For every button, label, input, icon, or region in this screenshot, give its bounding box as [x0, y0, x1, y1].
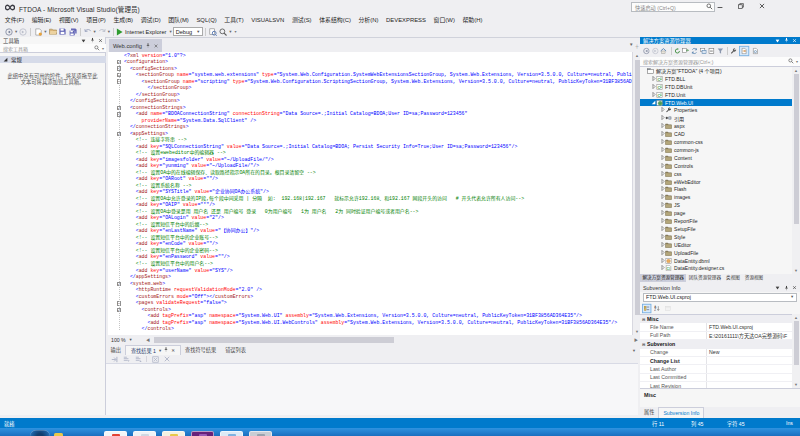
bottom-tab-查找结果 1[interactable]: 查找结果 1▾✕	[125, 345, 180, 355]
toolbox-search-input[interactable]: 搜索工具箱 ▾	[0, 44, 106, 53]
window-position-icon[interactable]	[775, 286, 779, 291]
tree-item-eWebEditor[interactable]: eWebEditor	[640, 178, 792, 186]
close-results-icon[interactable]	[164, 356, 170, 362]
menu-item-生成B[interactable]: 生成(B)	[110, 14, 137, 26]
forward-button[interactable]	[18, 26, 28, 37]
taskbar-app-4[interactable]	[191, 431, 214, 436]
taskbar-app-2[interactable]	[133, 431, 156, 436]
undo-button[interactable]	[83, 26, 93, 37]
bottom-tab-错误列表[interactable]: 错误列表	[221, 345, 251, 355]
pin-icon[interactable]	[784, 285, 788, 291]
start-button[interactable]	[30, 430, 50, 436]
nest-icon[interactable]	[700, 47, 707, 54]
clear-all-icon[interactable]	[152, 356, 159, 363]
property-row-Last-Committed[interactable]: Last Committed	[640, 374, 792, 382]
scrollbar-thumb[interactable]	[794, 74, 799, 224]
tree-item-DataEntity.dbml[interactable]: DataEntity.dbml	[640, 257, 792, 265]
menu-item-调试D[interactable]: 调试(D)	[137, 14, 165, 26]
close-button[interactable]	[754, 0, 770, 12]
back-button[interactable]	[4, 26, 14, 37]
taskbar-app-6[interactable]	[249, 431, 272, 436]
panel-tab-Subversion-Info[interactable]: Subversion Info	[658, 407, 704, 418]
zoom-selector[interactable]: 100 %▼	[108, 335, 144, 344]
scroll-down-icon[interactable]: ▼	[792, 267, 800, 274]
window-position-icon[interactable]: ▾	[159, 346, 161, 355]
tree-item-Flash[interactable]: Flash	[640, 186, 792, 194]
menu-item-工具T[interactable]: 工具(T)	[221, 14, 248, 26]
find-in-files-button[interactable]	[218, 26, 228, 37]
property-row-Last-Author[interactable]: Last Author	[640, 365, 792, 373]
sync-with-active-document-icon[interactable]	[739, 45, 749, 55]
pin-tab-icon[interactable]	[146, 43, 150, 49]
subversion-info-header[interactable]: Subversion Info	[640, 284, 800, 292]
menu-item-DEVEXPRESS[interactable]: DEVEXPRESS	[382, 14, 430, 26]
bottom-tab-查找符号结果[interactable]: 查找符号结果	[181, 345, 221, 355]
menu-item-帮助H[interactable]: 帮助(H)	[459, 14, 487, 26]
tree-item-images[interactable]: images	[640, 193, 792, 201]
solution-configuration-combo[interactable]: Debug▼	[173, 27, 203, 36]
tree-item-JS[interactable]: JS	[640, 201, 792, 209]
collapse-section-icon[interactable]: ⊟	[640, 342, 647, 347]
sync-icon[interactable]	[691, 47, 698, 54]
scroll-right-icon[interactable]: ▶	[632, 337, 640, 343]
alphabetical-icon[interactable]: AZ	[654, 305, 660, 311]
taskbar-app-5[interactable]	[220, 431, 243, 436]
tree-item-UEditor[interactable]: UEditor	[640, 241, 792, 249]
tree-item-common-css[interactable]: common-css	[640, 138, 792, 146]
tree-item-SetupFile[interactable]: SetupFile	[640, 225, 792, 233]
tree-item-UploadFile[interactable]: UploadFile	[640, 249, 792, 257]
tab-web-config[interactable]: Web.config	[109, 39, 162, 52]
tree-item-Properties[interactable]: Properties	[640, 107, 792, 115]
solution-search-input[interactable]: 搜索解决方案资源管理器(Ctrl+;) ▾	[640, 57, 800, 67]
tree-item-common-js[interactable]: common-js	[640, 146, 792, 154]
menu-item-视图V[interactable]: 视图(V)	[55, 14, 82, 26]
pin-icon[interactable]	[784, 38, 788, 44]
solution-explorer-header[interactable]: 解决方案资源管理器	[640, 37, 800, 44]
editor-vertical-scrollbar[interactable]: ＋ ▲ ▼	[632, 52, 640, 335]
home-icon[interactable]	[660, 47, 667, 54]
quick-launch-input[interactable]: 快速启动 (Ctrl+Q)	[631, 2, 715, 12]
property-row-Change[interactable]: ChangeNew	[640, 349, 792, 357]
minimize-button[interactable]	[712, 0, 728, 12]
tree-item--FTDOA-4-[interactable]: 解决方案"FTDOA" (4 个项目)	[640, 67, 792, 75]
code-text[interactable]: <?xml version="1.0"?><configuration> <co…	[124, 53, 632, 333]
tree-item-ReportFile[interactable]: ReportFile	[640, 217, 792, 225]
taskbar-app-3[interactable]	[162, 431, 185, 436]
tree-item-DataEntity.designer.cs[interactable]: CDataEntity.designer.cs	[640, 265, 792, 273]
menu-item-编辑E[interactable]: 编辑(E)	[28, 14, 55, 26]
property-pages-icon[interactable]	[665, 305, 671, 311]
property-section-Misc[interactable]: ⊟Misc	[640, 315, 792, 323]
scrollbar-thumb[interactable]	[794, 321, 799, 365]
panel-tab-资源视图[interactable]: 资源视图	[742, 274, 765, 282]
tab-list-dropdown-icon[interactable]: ▼	[629, 42, 633, 47]
scroll-left-icon[interactable]: ◀	[144, 337, 152, 343]
toolbox-header[interactable]: 工具箱	[0, 37, 106, 44]
grid-vertical-scrollbar[interactable]: ▲ ▼	[792, 314, 800, 388]
pin-icon[interactable]	[90, 38, 94, 44]
menu-item-窗口W[interactable]: 窗口(W)	[430, 14, 459, 26]
property-row-File-Name[interactable]: File NameFTD.Web.UI.csproj	[640, 323, 792, 331]
new-file-button[interactable]	[33, 26, 43, 37]
collapse-section-icon[interactable]: ⊟	[640, 317, 647, 322]
scroll-up-icon[interactable]: ▲	[792, 67, 800, 74]
next-result-icon[interactable]	[135, 356, 142, 363]
collapse-all-icon[interactable]	[708, 47, 715, 54]
pin-icon[interactable]	[164, 346, 168, 355]
forward-icon[interactable]	[652, 47, 659, 54]
chevron-down-icon[interactable]: ▼	[632, 348, 636, 353]
back-icon[interactable]	[643, 47, 650, 54]
redo-button[interactable]	[97, 26, 107, 37]
open-file-button[interactable]	[48, 26, 58, 37]
toolbar-overflow-icon[interactable]: ▾	[234, 29, 236, 34]
menu-item-文件F[interactable]: 文件(F)	[1, 14, 28, 26]
property-section-Subversion[interactable]: ⊟Subversion	[640, 340, 792, 348]
save-all-button[interactable]	[68, 26, 78, 37]
scroll-down-icon[interactable]: ▼	[792, 381, 800, 388]
object-selector-combo[interactable]: FTD.Web.UI.csproj ▼	[643, 293, 797, 302]
tree-item-FTD.DBUnit[interactable]: CFTD.DBUnit	[640, 83, 792, 91]
tree-item-CAD[interactable]: CAD	[640, 130, 792, 138]
close-icon[interactable]	[792, 286, 796, 291]
editor-horizontal-scrollbar[interactable]	[152, 335, 632, 344]
panel-tab-属性[interactable]: 属性	[640, 407, 658, 418]
taskbar-app-1[interactable]	[104, 431, 127, 436]
